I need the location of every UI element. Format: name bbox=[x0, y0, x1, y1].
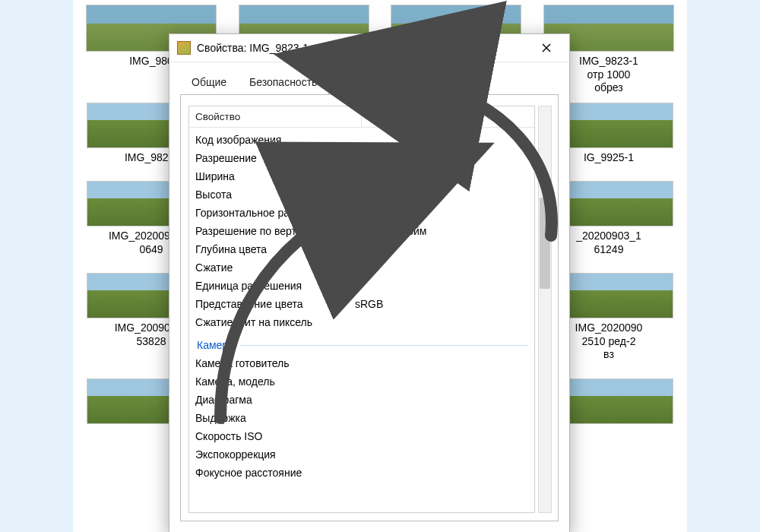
property-name: Камера, модель bbox=[195, 375, 355, 388]
property-name: Диафрагма bbox=[195, 394, 355, 406]
column-headers: Свойство Значение bbox=[189, 106, 534, 128]
column-header-property[interactable]: Свойство bbox=[189, 106, 362, 127]
property-name: Разрешение bbox=[195, 152, 355, 164]
property-row[interactable]: Сжатие bbox=[195, 258, 528, 277]
property-name: Скорость ISO bbox=[195, 430, 355, 442]
property-name: Код изображения bbox=[195, 134, 355, 146]
titlebar[interactable]: Свойства: IMG_9823-1 bbox=[169, 34, 569, 62]
tab-security[interactable]: Безопасность bbox=[238, 68, 328, 94]
property-row[interactable]: Диафрагма bbox=[195, 391, 528, 409]
thumbnail-caption: IG_9925-1 bbox=[584, 151, 634, 165]
thumbnail-caption: IMG_9823-1 отр 1000 обрез bbox=[579, 55, 638, 95]
property-row[interactable]: Глубина цвета4 bbox=[195, 240, 528, 258]
property-value: точек на дюйм bbox=[355, 207, 528, 219]
column-header-value[interactable]: Значение bbox=[362, 106, 534, 127]
property-name: Фокусное расстояние bbox=[195, 467, 355, 479]
property-row[interactable]: Камера готовитель bbox=[195, 354, 528, 372]
property-row[interactable]: Представление цветаsRGB bbox=[195, 295, 528, 313]
property-name: Единица разрешения bbox=[195, 280, 355, 292]
property-row[interactable]: Разрешение по вертикалиточек на дюйм bbox=[195, 222, 528, 240]
property-value: точек на дюйм bbox=[355, 225, 528, 237]
property-row[interactable]: Ширина5184 пикселей bbox=[195, 167, 528, 185]
section-header-camera: Камера bbox=[195, 331, 528, 354]
scrollbar-thumb[interactable] bbox=[540, 198, 550, 289]
property-row[interactable]: Выдержка bbox=[195, 409, 528, 427]
property-row[interactable]: Камера, модель bbox=[195, 372, 528, 391]
close-button[interactable] bbox=[531, 37, 562, 59]
property-row[interactable]: Единица разрешения2 bbox=[195, 277, 528, 295]
property-value: sRGB bbox=[355, 298, 528, 310]
thumbnail-caption: IMG_2020090 2510 ред-2 вз bbox=[575, 321, 643, 362]
section-rule bbox=[240, 345, 528, 346]
property-row[interactable]: Экспокоррекция bbox=[195, 445, 528, 464]
property-value: 4 bbox=[355, 243, 528, 255]
property-row[interactable]: Код изображения bbox=[195, 131, 528, 149]
property-row[interactable]: Фокусное расстояние bbox=[195, 464, 528, 482]
tab-details[interactable]: Подробно bbox=[328, 69, 401, 95]
property-name: Сжатие, бит на пиксель bbox=[195, 316, 355, 328]
property-name: Разрешение по вертикали bbox=[195, 225, 355, 237]
property-value: 5184 пикселей bbox=[355, 170, 528, 182]
stage: IMG_980 IMG_9823-1 отр 1000 обрез IMG_98… bbox=[0, 0, 760, 532]
property-row[interactable]: Высота3456 пикселей bbox=[195, 185, 528, 204]
properties-dialog: Свойства: IMG_9823-1 Общие Безопасность … bbox=[169, 33, 570, 532]
close-icon bbox=[542, 43, 551, 52]
property-name: Сжатие bbox=[195, 261, 355, 274]
property-name: Ширина bbox=[195, 170, 355, 182]
property-value: 2 bbox=[355, 280, 528, 292]
property-name: Горизонтальное разрешение bbox=[195, 207, 355, 219]
property-list: Код изображенияРазрешение5184 x 3456Шири… bbox=[189, 128, 534, 488]
dialog-title: Свойства: IMG_9823-1 bbox=[197, 42, 531, 54]
vertical-scrollbar[interactable] bbox=[538, 106, 552, 513]
property-value: 3456 пикселей bbox=[355, 188, 528, 201]
tab-strip: Общие Безопасность Подробно bbox=[169, 62, 569, 94]
property-name: Высота bbox=[195, 188, 355, 201]
tab-panel: Свойство Значение Код изображенияРазреше… bbox=[180, 94, 559, 521]
property-name: Экспокоррекция bbox=[195, 448, 355, 461]
section-label: Камера bbox=[197, 339, 234, 351]
tab-general[interactable]: Общие bbox=[180, 68, 238, 94]
property-name: Представление цвета bbox=[195, 298, 355, 310]
thumbnail-caption: _20200903_1 61249 bbox=[576, 230, 641, 256]
thumbnail-caption: IMG_980 bbox=[129, 55, 173, 68]
property-row[interactable]: Сжатие, бит на пиксель bbox=[195, 313, 528, 331]
app-icon bbox=[177, 41, 191, 55]
property-name: Камера готовитель bbox=[195, 357, 355, 369]
property-row[interactable]: Горизонтальное разрешениеточек на дюйм bbox=[195, 204, 528, 222]
property-row[interactable]: Разрешение5184 x 3456 bbox=[195, 149, 528, 167]
property-name: Выдержка bbox=[195, 412, 355, 424]
property-row[interactable]: Скорость ISO bbox=[195, 427, 528, 445]
property-name: Глубина цвета bbox=[195, 243, 355, 255]
property-value: 5184 x 3456 bbox=[355, 152, 528, 164]
property-list-box: Свойство Значение Код изображенияРазреше… bbox=[188, 106, 535, 513]
